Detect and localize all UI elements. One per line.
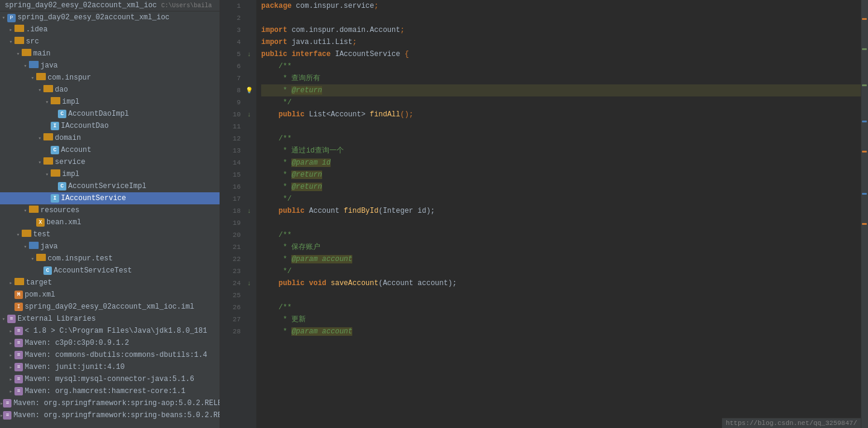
tree-item-main[interactable]: ▾main bbox=[0, 48, 220, 60]
tree-item-spring_day02.iml[interactable]: Ispring_day02_eesy_02account_xml_ioc.iml bbox=[0, 301, 220, 313]
tree-item-domain[interactable]: ▾domain bbox=[0, 132, 220, 144]
project-icon: P bbox=[7, 13, 17, 22]
tree-label: spring_day02_eesy_02account_xml_ioc bbox=[17, 13, 169, 22]
gutter-icon bbox=[244, 301, 254, 313]
line-number: 15 bbox=[220, 169, 241, 181]
folder-icon bbox=[14, 278, 26, 288]
gutter-icon: ↓ bbox=[244, 109, 254, 121]
tree-item-AccountServiceImpl[interactable]: CAccountServiceImpl bbox=[0, 180, 220, 192]
line-number: 14 bbox=[220, 157, 241, 169]
tree-item-resources[interactable]: ▾resources bbox=[0, 204, 220, 216]
pom-icon: M bbox=[14, 291, 23, 299]
tree-item-impl_service[interactable]: ▾impl bbox=[0, 168, 220, 180]
tree-item-c3p0[interactable]: ▸≡Maven: c3p0:c3p0:0.9.1.2 bbox=[0, 337, 220, 349]
tree-label: spring_day02_eesy_02account_xml_ioc.iml bbox=[25, 303, 194, 311]
tree-arrow-src: ▾ bbox=[7, 39, 14, 45]
tree-arrow-mysql: ▸ bbox=[7, 376, 14, 383]
tree-arrow-jdk18: ▸ bbox=[7, 328, 14, 335]
lib-icon: ≡ bbox=[3, 399, 11, 408]
tree-item-AccountServiceTest[interactable]: CAccountServiceTest bbox=[0, 265, 220, 277]
code-editor[interactable]: 1234567891011121314151617181920212223242… bbox=[220, 0, 861, 428]
gutter-icon bbox=[244, 145, 254, 157]
tree-item-pom.xml[interactable]: Mpom.xml bbox=[0, 289, 220, 301]
line-number: 5 bbox=[220, 48, 241, 60]
tree-label: service bbox=[55, 158, 85, 166]
tree-label: Maven: org.springframework:spring-aop:5.… bbox=[13, 399, 220, 408]
tree-arrow-com.inspur: ▾ bbox=[29, 75, 36, 81]
tree-arrow-target: ▸ bbox=[7, 280, 14, 286]
file-tree[interactable]: spring_day02_eesy_02account_xml_ioc C:\U… bbox=[0, 0, 220, 428]
line-numbers: 1234567891011121314151617181920212223242… bbox=[220, 0, 244, 428]
gutter-icon bbox=[244, 181, 254, 193]
tree-item-commons-dbutils[interactable]: ▸≡Maven: commons-dbutils:commons-dbutils… bbox=[0, 349, 220, 361]
lib-icon: ≡ bbox=[14, 339, 23, 347]
tree-item-ext-libs[interactable]: ▾≡External Libraries bbox=[0, 313, 220, 325]
tree-item-spring-aop[interactable]: ▸≡Maven: org.springframework:spring-aop:… bbox=[0, 397, 220, 409]
code-line: * @return bbox=[261, 84, 861, 96]
tree-item-target[interactable]: ▸target bbox=[0, 277, 220, 289]
tree-item-com.inspur.test[interactable]: ▾com.inspur.test bbox=[0, 253, 220, 265]
tree-arrow-c3p0: ▸ bbox=[7, 340, 14, 347]
line-number: 26 bbox=[220, 301, 241, 313]
lib-icon: ≡ bbox=[14, 387, 23, 395]
folder-icon bbox=[51, 169, 62, 179]
tree-item-dao[interactable]: ▾dao bbox=[0, 84, 220, 96]
gutter-icon bbox=[244, 133, 254, 145]
tree-label: src bbox=[26, 37, 39, 46]
tree-item-mysql[interactable]: ▸≡Maven: mysql:mysql-connector-java:5.1.… bbox=[0, 373, 220, 385]
gutter-icon bbox=[244, 313, 254, 326]
scroll-indicator[interactable] bbox=[861, 0, 868, 428]
lib-icon: ≡ bbox=[14, 363, 23, 371]
class-icon: C bbox=[58, 182, 66, 190]
tree-item-jdk18[interactable]: ▸≡< 1.8 > C:\Program Files\Java\jdk1.8.0… bbox=[0, 325, 220, 337]
tree-arrow-java_test: ▾ bbox=[22, 244, 29, 250]
interface-icon: I bbox=[51, 194, 59, 203]
tree-item-root[interactable]: ▾Pspring_day02_eesy_02account_xml_ioc bbox=[0, 11, 220, 24]
tree-item-bean.xml[interactable]: Xbean.xml bbox=[0, 216, 220, 228]
tree-label: Maven: c3p0:c3p0:0.9.1.2 bbox=[25, 339, 129, 347]
tree-item-impl_dao[interactable]: ▾impl bbox=[0, 96, 220, 108]
folder-icon bbox=[43, 85, 55, 95]
lib-icon: ≡ bbox=[14, 375, 23, 383]
tree-label: AccountServiceImpl bbox=[68, 182, 147, 190]
code-line: * @return bbox=[261, 181, 861, 193]
line-number: 11 bbox=[220, 121, 241, 133]
tree-item-com.inspur[interactable]: ▾com.inspur bbox=[0, 72, 220, 84]
tree-item-junit[interactable]: ▸≡Maven: junit:junit:4.10 bbox=[0, 361, 220, 373]
iml-icon: I bbox=[14, 303, 23, 311]
tree-arrow-resources: ▾ bbox=[22, 207, 29, 214]
tree-item-IAccountDao[interactable]: IIAccountDao bbox=[0, 120, 220, 132]
line-number: 10 bbox=[220, 109, 241, 121]
code-line: */ bbox=[261, 96, 861, 109]
tree-label: bean.xml bbox=[46, 218, 81, 227]
code-line: public interface IAccountService { bbox=[261, 48, 861, 60]
tree-label: java bbox=[40, 242, 58, 251]
tree-item-java[interactable]: ▾java bbox=[0, 60, 220, 72]
tree-item-IAccountService[interactable]: IIAccountService bbox=[0, 192, 220, 204]
package-icon bbox=[36, 73, 48, 83]
tree-arrow-service: ▾ bbox=[36, 159, 43, 166]
code-line: * 查询所有 bbox=[261, 72, 861, 84]
code-line: * @param account bbox=[261, 253, 861, 265]
tree-item-test[interactable]: ▾test bbox=[0, 228, 220, 241]
line-number: 12 bbox=[220, 133, 241, 145]
tree-item-spring-beans[interactable]: ▸≡Maven: org.springframework:spring-bean… bbox=[0, 409, 220, 421]
code-line: public List<Account> findAll(); bbox=[261, 109, 861, 121]
tree-item-src[interactable]: ▾src bbox=[0, 36, 220, 48]
code-line: * 更新 bbox=[261, 313, 861, 326]
tree-item-AccountDaoImpl[interactable]: CAccountDaoImpl bbox=[0, 108, 220, 120]
code-line: * @param id bbox=[261, 157, 861, 169]
tree-label: External Libraries bbox=[17, 315, 96, 323]
line-number: 1 bbox=[220, 0, 241, 12]
line-number: 20 bbox=[220, 229, 241, 241]
tree-item-service[interactable]: ▾service bbox=[0, 156, 220, 168]
tree-item-java_test[interactable]: ▾java bbox=[0, 241, 220, 253]
project-title: spring_day02_eesy_02account_xml_ioc C:\U… bbox=[0, 0, 220, 11]
tree-item-hamcrest[interactable]: ▸≡Maven: org.hamcrest:hamcrest-core:1.1 bbox=[0, 385, 220, 397]
status-bar: https://blog.csdn.net/qq_3259847/ bbox=[722, 418, 861, 428]
tree-item-idea[interactable]: ▸.idea bbox=[0, 24, 220, 36]
lib-icon: ≡ bbox=[3, 411, 11, 420]
tree-arrow-idea: ▸ bbox=[7, 27, 14, 33]
tree-item-Account[interactable]: CAccount bbox=[0, 144, 220, 156]
line-number: 8 bbox=[220, 84, 241, 96]
